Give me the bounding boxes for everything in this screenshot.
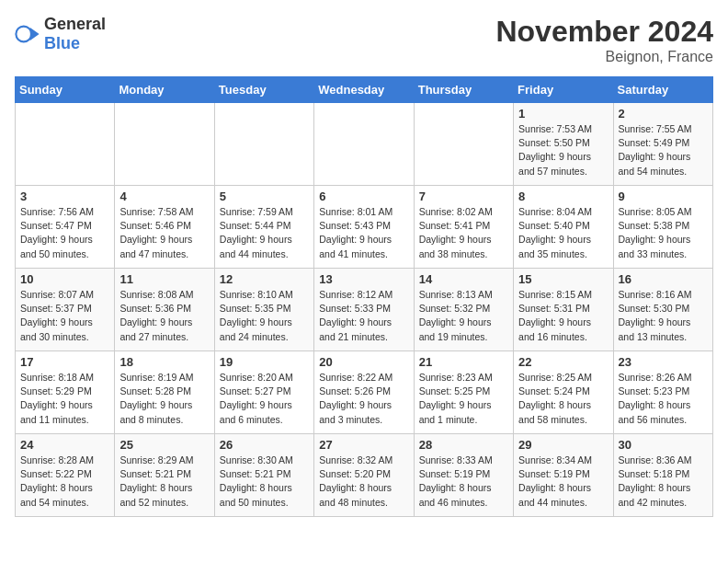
day-info: Sunrise: 8:08 AM Sunset: 5:36 PM Dayligh… bbox=[119, 288, 209, 344]
day-info: Sunrise: 8:12 AM Sunset: 5:33 PM Dayligh… bbox=[319, 288, 408, 344]
calendar-day-cell: 27Sunrise: 8:32 AM Sunset: 5:20 PM Dayli… bbox=[314, 434, 414, 517]
calendar-week-row: 10Sunrise: 8:07 AM Sunset: 5:37 PM Dayli… bbox=[16, 269, 713, 351]
logo-icon bbox=[15, 21, 40, 47]
calendar-header-cell: Friday bbox=[514, 77, 613, 103]
day-info: Sunrise: 8:36 AM Sunset: 5:18 PM Dayligh… bbox=[619, 454, 708, 510]
calendar-week-row: 3Sunrise: 7:56 AM Sunset: 5:47 PM Daylig… bbox=[16, 186, 713, 269]
day-info: Sunrise: 8:19 AM Sunset: 5:28 PM Dayligh… bbox=[119, 371, 209, 427]
day-number: 9 bbox=[619, 190, 708, 203]
day-info: Sunrise: 7:56 AM Sunset: 5:47 PM Dayligh… bbox=[20, 205, 109, 261]
calendar-day-cell: 9Sunrise: 8:05 AM Sunset: 5:38 PM Daylig… bbox=[613, 186, 712, 269]
calendar-header-row: SundayMondayTuesdayWednesdayThursdayFrid… bbox=[16, 77, 713, 103]
calendar-week-row: 24Sunrise: 8:28 AM Sunset: 5:22 PM Dayli… bbox=[16, 434, 713, 517]
day-info: Sunrise: 8:25 AM Sunset: 5:24 PM Dayligh… bbox=[518, 371, 608, 427]
day-info: Sunrise: 7:59 AM Sunset: 5:44 PM Dayligh… bbox=[220, 205, 309, 261]
day-info: Sunrise: 8:07 AM Sunset: 5:37 PM Dayligh… bbox=[20, 288, 109, 344]
day-number: 3 bbox=[20, 190, 109, 203]
day-info: Sunrise: 8:23 AM Sunset: 5:25 PM Dayligh… bbox=[419, 371, 508, 427]
day-number: 8 bbox=[518, 190, 608, 203]
day-info: Sunrise: 8:20 AM Sunset: 5:27 PM Dayligh… bbox=[220, 371, 309, 427]
day-info: Sunrise: 8:05 AM Sunset: 5:38 PM Dayligh… bbox=[619, 205, 708, 261]
day-number: 24 bbox=[20, 438, 109, 452]
day-number: 4 bbox=[119, 190, 209, 203]
calendar-day-cell: 7Sunrise: 8:02 AM Sunset: 5:41 PM Daylig… bbox=[414, 186, 513, 269]
day-info: Sunrise: 8:32 AM Sunset: 5:20 PM Dayligh… bbox=[319, 454, 408, 510]
calendar-day-cell: 30Sunrise: 8:36 AM Sunset: 5:18 PM Dayli… bbox=[613, 434, 712, 517]
day-number: 17 bbox=[20, 355, 109, 369]
calendar-day-cell: 2Sunrise: 7:55 AM Sunset: 5:49 PM Daylig… bbox=[613, 103, 712, 186]
calendar-day-cell: 6Sunrise: 8:01 AM Sunset: 5:43 PM Daylig… bbox=[314, 186, 414, 269]
day-number: 7 bbox=[419, 190, 508, 203]
calendar-day-cell: 25Sunrise: 8:29 AM Sunset: 5:21 PM Dayli… bbox=[115, 434, 214, 517]
calendar-header-cell: Wednesday bbox=[314, 77, 414, 103]
day-number: 26 bbox=[220, 438, 309, 452]
day-number: 27 bbox=[319, 438, 408, 452]
calendar-day-cell: 10Sunrise: 8:07 AM Sunset: 5:37 PM Dayli… bbox=[16, 269, 115, 351]
calendar-day-cell: 13Sunrise: 8:12 AM Sunset: 5:33 PM Dayli… bbox=[314, 269, 414, 351]
title-area: November 2024 Beignon, France bbox=[495, 15, 713, 65]
day-info: Sunrise: 8:34 AM Sunset: 5:19 PM Dayligh… bbox=[518, 454, 608, 510]
day-number: 15 bbox=[518, 272, 608, 286]
day-number: 29 bbox=[518, 438, 608, 452]
calendar-day-cell: 19Sunrise: 8:20 AM Sunset: 5:27 PM Dayli… bbox=[214, 351, 313, 434]
calendar-header-cell: Saturday bbox=[613, 77, 712, 103]
day-info: Sunrise: 8:01 AM Sunset: 5:43 PM Dayligh… bbox=[319, 205, 408, 261]
calendar-day-cell: 1Sunrise: 7:53 AM Sunset: 5:50 PM Daylig… bbox=[514, 103, 613, 186]
day-number: 6 bbox=[319, 190, 408, 203]
calendar-day-cell: 12Sunrise: 8:10 AM Sunset: 5:35 PM Dayli… bbox=[214, 269, 313, 351]
calendar-day-cell: 22Sunrise: 8:25 AM Sunset: 5:24 PM Dayli… bbox=[514, 351, 613, 434]
day-number: 2 bbox=[619, 107, 708, 121]
calendar-day-cell: 24Sunrise: 8:28 AM Sunset: 5:22 PM Dayli… bbox=[16, 434, 115, 517]
calendar-day-cell bbox=[414, 103, 513, 186]
day-number: 28 bbox=[419, 438, 508, 452]
calendar-header-cell: Thursday bbox=[414, 77, 513, 103]
calendar-day-cell: 11Sunrise: 8:08 AM Sunset: 5:36 PM Dayli… bbox=[115, 269, 214, 351]
day-number: 25 bbox=[119, 438, 209, 452]
month-title: November 2024 bbox=[495, 15, 713, 49]
day-info: Sunrise: 8:15 AM Sunset: 5:31 PM Dayligh… bbox=[518, 288, 608, 344]
logo-text-blue: Blue bbox=[44, 34, 80, 52]
day-number: 11 bbox=[119, 272, 209, 286]
day-info: Sunrise: 8:16 AM Sunset: 5:30 PM Dayligh… bbox=[619, 288, 708, 344]
day-info: Sunrise: 8:18 AM Sunset: 5:29 PM Dayligh… bbox=[20, 371, 109, 427]
day-info: Sunrise: 8:13 AM Sunset: 5:32 PM Dayligh… bbox=[419, 288, 508, 344]
calendar-header-cell: Sunday bbox=[16, 77, 115, 103]
header: General Blue November 2024 Beignon, Fran… bbox=[15, 15, 713, 65]
calendar-week-row: 1Sunrise: 7:53 AM Sunset: 5:50 PM Daylig… bbox=[16, 103, 713, 186]
calendar-day-cell bbox=[115, 103, 214, 186]
calendar-body: 1Sunrise: 7:53 AM Sunset: 5:50 PM Daylig… bbox=[16, 103, 713, 517]
day-number: 19 bbox=[220, 355, 309, 369]
day-info: Sunrise: 7:55 AM Sunset: 5:49 PM Dayligh… bbox=[619, 122, 708, 178]
logo: General Blue bbox=[15, 15, 106, 53]
day-info: Sunrise: 8:02 AM Sunset: 5:41 PM Dayligh… bbox=[419, 205, 508, 261]
calendar-header-cell: Tuesday bbox=[214, 77, 313, 103]
day-number: 13 bbox=[319, 272, 408, 286]
calendar-day-cell: 29Sunrise: 8:34 AM Sunset: 5:19 PM Dayli… bbox=[514, 434, 613, 517]
calendar-day-cell: 26Sunrise: 8:30 AM Sunset: 5:21 PM Dayli… bbox=[214, 434, 313, 517]
calendar-day-cell: 17Sunrise: 8:18 AM Sunset: 5:29 PM Dayli… bbox=[16, 351, 115, 434]
svg-point-0 bbox=[16, 27, 31, 42]
day-number: 1 bbox=[518, 107, 608, 121]
calendar-table: SundayMondayTuesdayWednesdayThursdayFrid… bbox=[15, 76, 713, 517]
calendar-day-cell: 21Sunrise: 8:23 AM Sunset: 5:25 PM Dayli… bbox=[414, 351, 513, 434]
calendar-day-cell: 14Sunrise: 8:13 AM Sunset: 5:32 PM Dayli… bbox=[414, 269, 513, 351]
day-info: Sunrise: 8:28 AM Sunset: 5:22 PM Dayligh… bbox=[20, 454, 109, 510]
day-number: 16 bbox=[619, 272, 708, 286]
day-info: Sunrise: 8:30 AM Sunset: 5:21 PM Dayligh… bbox=[220, 454, 309, 510]
calendar-day-cell bbox=[214, 103, 313, 186]
calendar-day-cell: 18Sunrise: 8:19 AM Sunset: 5:28 PM Dayli… bbox=[115, 351, 214, 434]
calendar-week-row: 17Sunrise: 8:18 AM Sunset: 5:29 PM Dayli… bbox=[16, 351, 713, 434]
location-title: Beignon, France bbox=[495, 49, 713, 65]
calendar-day-cell: 20Sunrise: 8:22 AM Sunset: 5:26 PM Dayli… bbox=[314, 351, 414, 434]
day-info: Sunrise: 8:33 AM Sunset: 5:19 PM Dayligh… bbox=[419, 454, 508, 510]
day-info: Sunrise: 8:29 AM Sunset: 5:21 PM Dayligh… bbox=[119, 454, 209, 510]
day-number: 23 bbox=[619, 355, 708, 369]
day-info: Sunrise: 8:22 AM Sunset: 5:26 PM Dayligh… bbox=[319, 371, 408, 427]
day-number: 30 bbox=[619, 438, 708, 452]
day-info: Sunrise: 7:58 AM Sunset: 5:46 PM Dayligh… bbox=[119, 205, 209, 261]
calendar-day-cell: 28Sunrise: 8:33 AM Sunset: 5:19 PM Dayli… bbox=[414, 434, 513, 517]
day-info: Sunrise: 8:26 AM Sunset: 5:23 PM Dayligh… bbox=[619, 371, 708, 427]
svg-marker-1 bbox=[30, 28, 40, 40]
calendar-day-cell: 3Sunrise: 7:56 AM Sunset: 5:47 PM Daylig… bbox=[16, 186, 115, 269]
day-number: 14 bbox=[419, 272, 508, 286]
